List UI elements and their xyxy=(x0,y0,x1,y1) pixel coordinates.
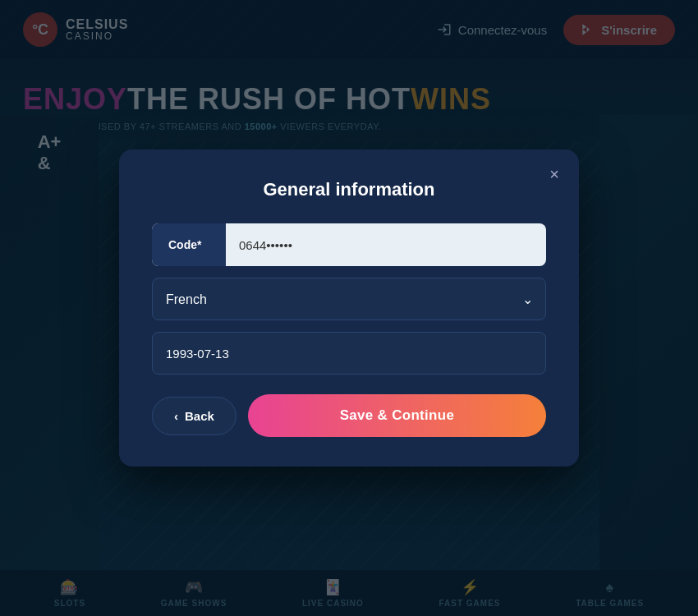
language-select-wrapper: French English Spanish German Italian ⌄ xyxy=(152,278,546,320)
phone-input[interactable] xyxy=(226,223,546,266)
modal-title: General information xyxy=(152,179,546,200)
code-label: Code* xyxy=(152,223,226,266)
modal-actions: ‹ Back Save & Continue xyxy=(152,394,546,437)
save-continue-button[interactable]: Save & Continue xyxy=(248,394,546,437)
language-select[interactable]: French English Spanish German Italian xyxy=(152,278,546,320)
back-label: Back xyxy=(185,409,214,423)
phone-field-group: Code* xyxy=(152,223,546,266)
chevron-left-icon: ‹ xyxy=(174,409,178,423)
modal-overlay: × General information Code* French Engli… xyxy=(0,0,698,616)
modal-close-button[interactable]: × xyxy=(543,163,566,186)
modal-dialog: × General information Code* French Engli… xyxy=(119,149,579,467)
date-input[interactable] xyxy=(152,332,546,375)
back-button[interactable]: ‹ Back xyxy=(152,397,236,435)
